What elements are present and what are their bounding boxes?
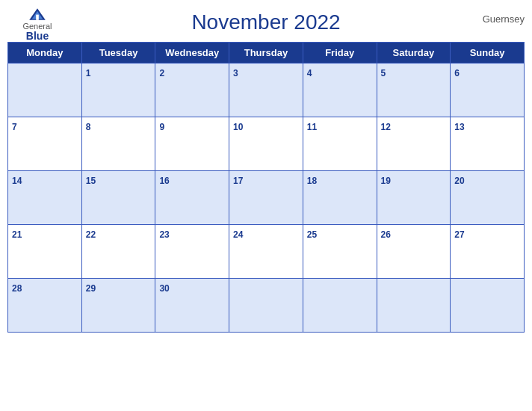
calendar-day-cell: 7 xyxy=(8,117,82,171)
calendar-day-cell: 25 xyxy=(303,225,377,279)
calendar-day-cell xyxy=(229,279,303,333)
weekday-saturday: Saturday xyxy=(377,43,451,64)
day-number: 20 xyxy=(454,176,464,186)
calendar-day-cell: 12 xyxy=(377,117,451,171)
day-number: 15 xyxy=(86,176,96,186)
day-number: 23 xyxy=(159,229,169,240)
weekday-sunday: Sunday xyxy=(451,43,525,64)
day-number: 30 xyxy=(159,283,169,294)
day-number: 13 xyxy=(454,122,464,132)
calendar-day-cell: 22 xyxy=(81,225,155,279)
calendar-day-cell: 11 xyxy=(303,117,377,171)
country-label: Guernsey xyxy=(483,13,525,25)
weekday-monday: Monday xyxy=(8,43,82,64)
calendar-table: Monday Tuesday Wednesday Thursday Friday… xyxy=(7,42,525,333)
svg-rect-2 xyxy=(36,15,39,20)
day-number: 18 xyxy=(307,176,317,186)
calendar-day-cell: 13 xyxy=(451,117,525,171)
calendar-tbody: 1234567891011121314151617181920212223242… xyxy=(8,64,525,333)
calendar-day-cell: 19 xyxy=(377,171,451,225)
calendar-day-cell: 14 xyxy=(8,171,82,225)
day-number: 10 xyxy=(233,122,243,132)
day-number: 14 xyxy=(12,176,22,186)
weekday-friday: Friday xyxy=(303,43,377,64)
day-number: 7 xyxy=(12,122,17,132)
day-number: 27 xyxy=(454,229,464,240)
day-number: 28 xyxy=(12,283,22,294)
calendar-day-cell: 29 xyxy=(81,279,155,333)
calendar-day-cell: 15 xyxy=(81,171,155,225)
day-number: 9 xyxy=(159,122,164,132)
day-number: 12 xyxy=(381,122,391,132)
calendar-day-cell: 8 xyxy=(81,117,155,171)
day-number: 2 xyxy=(159,68,164,78)
day-number: 29 xyxy=(86,283,96,294)
calendar-week-row: 78910111213 xyxy=(8,117,525,171)
day-number: 8 xyxy=(86,122,91,132)
calendar-day-cell: 18 xyxy=(303,171,377,225)
calendar-header: General Blue November 2022 Guernsey xyxy=(7,7,525,37)
logo-area: General Blue xyxy=(7,7,67,42)
calendar-day-cell: 5 xyxy=(377,64,451,117)
calendar-day-cell xyxy=(303,279,377,333)
calendar-day-cell xyxy=(8,64,82,117)
calendar-day-cell: 23 xyxy=(155,225,229,279)
calendar-week-row: 123456 xyxy=(8,64,525,117)
weekday-tuesday: Tuesday xyxy=(81,43,155,64)
calendar-day-cell: 26 xyxy=(377,225,451,279)
day-number: 6 xyxy=(454,68,460,78)
day-number: 16 xyxy=(159,176,169,186)
day-number: 3 xyxy=(233,68,238,78)
calendar-day-cell: 4 xyxy=(303,64,377,117)
calendar-day-cell: 17 xyxy=(229,171,303,225)
calendar-title: November 2022 xyxy=(191,10,340,34)
weekday-thursday: Thursday xyxy=(229,43,303,64)
calendar-day-cell: 9 xyxy=(155,117,229,171)
day-number: 11 xyxy=(307,122,317,132)
calendar-day-cell: 1 xyxy=(81,64,155,117)
calendar-day-cell: 28 xyxy=(8,279,82,333)
calendar-day-cell xyxy=(377,279,451,333)
logo-icon xyxy=(28,7,46,21)
calendar-week-row: 21222324252627 xyxy=(8,225,525,279)
calendar-day-cell: 2 xyxy=(155,64,229,117)
day-number: 24 xyxy=(233,229,243,240)
day-number: 4 xyxy=(307,68,312,78)
day-number: 22 xyxy=(86,229,96,240)
logo-blue-text: Blue xyxy=(26,31,49,42)
weekday-wednesday: Wednesday xyxy=(155,43,229,64)
calendar-day-cell: 30 xyxy=(155,279,229,333)
calendar-wrapper: General Blue November 2022 Guernsey Mond… xyxy=(0,0,532,411)
calendar-day-cell: 6 xyxy=(451,64,525,117)
day-number: 21 xyxy=(12,229,22,240)
weekday-header-row: Monday Tuesday Wednesday Thursday Friday… xyxy=(8,43,525,64)
calendar-day-cell: 10 xyxy=(229,117,303,171)
calendar-day-cell: 20 xyxy=(451,171,525,225)
calendar-day-cell: 16 xyxy=(155,171,229,225)
calendar-day-cell: 3 xyxy=(229,64,303,117)
day-number: 19 xyxy=(381,176,391,186)
calendar-thead: Monday Tuesday Wednesday Thursday Friday… xyxy=(8,43,525,64)
calendar-day-cell xyxy=(451,279,525,333)
day-number: 26 xyxy=(381,229,391,240)
day-number: 25 xyxy=(307,229,317,240)
day-number: 17 xyxy=(233,176,243,186)
calendar-day-cell: 24 xyxy=(229,225,303,279)
day-number: 5 xyxy=(381,68,386,78)
day-number: 1 xyxy=(86,68,91,78)
calendar-week-row: 14151617181920 xyxy=(8,171,525,225)
calendar-week-row: 282930 xyxy=(8,279,525,333)
calendar-day-cell: 27 xyxy=(451,225,525,279)
calendar-day-cell: 21 xyxy=(8,225,82,279)
